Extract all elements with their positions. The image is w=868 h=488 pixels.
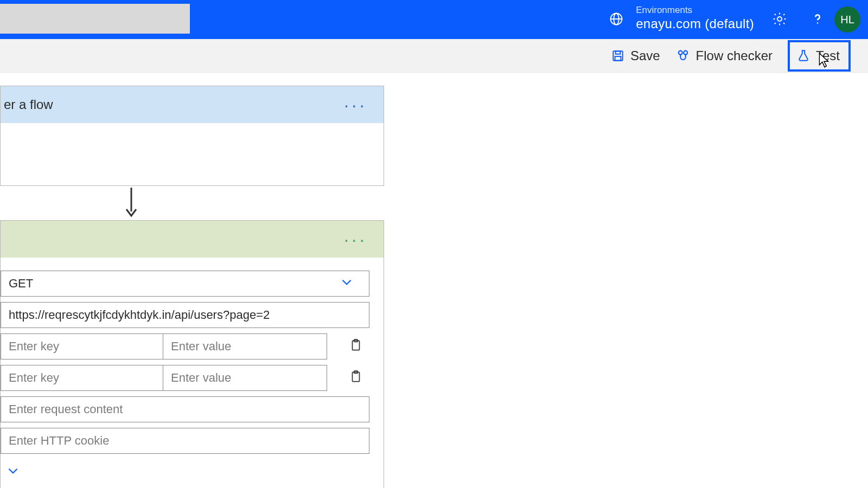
header-key-input[interactable]: Enter key [1,333,163,359]
environment-name: enayu.com (default) [636,16,754,32]
avatar[interactable]: HL [834,7,860,33]
trigger-card-header[interactable]: er a flow ··· [1,86,384,123]
flow-checker-label: Flow checker [696,48,773,63]
http-method-value: GET [9,277,33,291]
header-key-input[interactable]: Enter key [1,365,163,391]
cursor-icon [818,52,830,68]
http-method-select[interactable]: GET [1,271,369,297]
svg-point-9 [684,51,687,55]
header-row: Enter key Enter value [1,333,373,359]
ellipsis-icon[interactable]: ··· [344,94,367,115]
flow-canvas: er a flow ··· ··· GET https://reqrescytk… [0,73,868,488]
http-form: GET https://reqrescytkjfcdykhtdyk.in/api… [1,258,384,480]
search-input[interactable] [0,4,190,34]
svg-rect-7 [615,56,621,61]
http-action-card[interactable]: ··· GET https://reqrescytkjfcdykhtdyk.in… [0,220,384,488]
trigger-card[interactable]: er a flow ··· [0,86,384,186]
save-label: Save [630,48,660,63]
environment-picker[interactable]: Environments enayu.com (default) [609,4,754,32]
header-row: Enter key Enter value [1,365,373,391]
http-card-header[interactable]: ··· [1,221,384,258]
http-url-input[interactable]: https://reqrescytkjfcdykhtdyk.in/api/use… [1,302,369,328]
help-icon[interactable] [809,11,826,29]
chevron-down-icon [340,275,354,292]
app-header: Environments enayu.com (default) HL [0,0,868,39]
header-value-input[interactable]: Enter value [163,333,327,359]
ellipsis-icon[interactable]: ··· [344,229,367,250]
http-url-value: https://reqrescytkjfcdykhtdyk.in/api/use… [9,308,270,322]
expand-advanced-button[interactable] [6,464,373,480]
svg-point-8 [678,51,682,55]
avatar-initials: HL [840,14,854,26]
environment-label: Environments [636,4,754,16]
http-body-input[interactable]: Enter request content [1,396,369,422]
svg-point-3 [777,17,782,21]
environment-text: Environments enayu.com (default) [636,4,754,32]
clipboard-icon[interactable] [349,338,363,355]
clipboard-icon[interactable] [349,370,363,386]
http-cookie-input[interactable]: Enter HTTP cookie [1,428,369,454]
save-button[interactable]: Save [611,48,660,63]
arrow-down-icon [125,188,138,218]
action-bar: Save Flow checker Test [0,39,868,73]
gear-icon[interactable] [771,11,788,29]
flow-checker-button[interactable]: Flow checker [675,48,773,63]
header-value-input[interactable]: Enter value [163,365,327,391]
svg-rect-6 [616,51,621,54]
trigger-title: er a flow [4,97,53,112]
svg-point-4 [817,22,819,24]
globe-icon [609,11,624,29]
